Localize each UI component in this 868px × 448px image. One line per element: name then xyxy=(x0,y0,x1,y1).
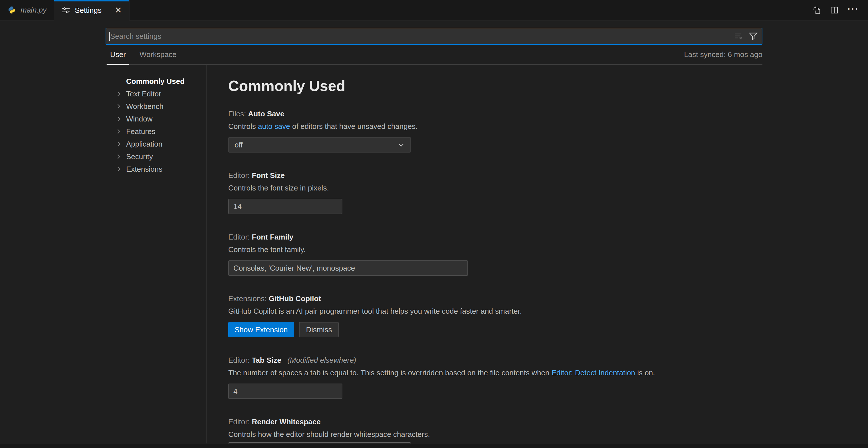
chevron-right-icon xyxy=(114,90,123,98)
more-actions-icon[interactable]: ⋯ xyxy=(847,3,858,14)
setting-files-auto-save: Files: Auto Save Controls auto save of e… xyxy=(228,109,763,153)
setting-editor-tab-size: Editor: Tab Size (Modified elsewhere) Th… xyxy=(228,355,763,399)
filter-icon[interactable] xyxy=(749,32,758,41)
toc-item-application[interactable]: Application xyxy=(105,138,206,150)
setting-extensions-github-copilot: Extensions: GitHub Copilot GitHub Copilo… xyxy=(228,293,763,338)
search-bar-actions xyxy=(734,28,758,45)
chevron-right-icon xyxy=(114,103,123,110)
setting-description: Controls how the editor should render wh… xyxy=(228,429,763,440)
settings-scope-row: User Workspace Last synced: 6 mos ago xyxy=(105,45,763,65)
chevron-right-icon xyxy=(114,140,123,148)
auto-save-link[interactable]: auto save xyxy=(258,122,290,131)
setting-description: Controls the font family. xyxy=(228,245,763,255)
settings-body: Commonly Used Text Editor Workbench Wind… xyxy=(105,65,763,443)
settings-toc: Commonly Used Text Editor Workbench Wind… xyxy=(105,65,206,443)
render-whitespace-select[interactable] xyxy=(228,442,411,443)
toc-item-window[interactable]: Window xyxy=(105,113,206,125)
chevron-right-icon xyxy=(114,153,123,160)
split-editor-icon[interactable] xyxy=(830,5,839,14)
chevron-down-icon xyxy=(397,141,405,149)
setting-label: Editor: Font Family xyxy=(228,232,763,242)
editor-tab-bar: main.py Settings ✕ xyxy=(0,0,868,21)
setting-editor-font-size: Editor: Font Size Controls the font size… xyxy=(228,170,763,214)
setting-description: The number of spaces a tab is equal to. … xyxy=(228,367,763,378)
tab-label: Settings xyxy=(75,6,101,15)
show-extension-button[interactable]: Show Extension xyxy=(228,322,294,338)
open-settings-json-icon[interactable] xyxy=(813,5,822,14)
toc-item-features[interactable]: Features xyxy=(105,125,206,138)
bottom-edge-band xyxy=(0,444,868,448)
settings-search-input[interactable] xyxy=(105,28,763,45)
last-synced-label: Last synced: 6 mos ago xyxy=(684,50,763,59)
scope-tab-workspace[interactable]: Workspace xyxy=(137,45,180,64)
toc-item-extensions[interactable]: Extensions xyxy=(105,163,206,175)
modified-elsewhere-note: (Modified elsewhere) xyxy=(287,356,356,364)
auto-save-select[interactable]: off xyxy=(228,137,411,153)
settings-search-bar xyxy=(105,28,763,45)
scope-tab-user[interactable]: User xyxy=(107,45,129,64)
setting-editor-font-family: Editor: Font Family Controls the font fa… xyxy=(228,232,763,276)
editor-actions: ⋯ xyxy=(813,0,868,20)
setting-description: Controls the font size in pixels. xyxy=(228,183,763,193)
settings-content: Commonly Used Files: Auto Save Controls … xyxy=(207,65,763,443)
tab-settings[interactable]: Settings ✕ xyxy=(54,0,129,21)
text-caret xyxy=(109,32,110,41)
toc-item-workbench[interactable]: Workbench xyxy=(105,100,206,113)
page-title: Commonly Used xyxy=(228,77,763,94)
setting-label: Editor: Tab Size (Modified elsewhere) xyxy=(228,355,763,365)
chevron-right-icon xyxy=(114,165,123,173)
dismiss-button[interactable]: Dismiss xyxy=(299,322,339,338)
clear-search-icon[interactable] xyxy=(734,32,743,41)
tab-size-input[interactable] xyxy=(228,384,342,399)
setting-label: Files: Auto Save xyxy=(228,109,763,119)
font-family-input[interactable] xyxy=(228,260,468,276)
chevron-right-icon xyxy=(114,115,123,123)
tab-label: main.py xyxy=(21,6,46,14)
toc-item-commonly-used[interactable]: Commonly Used xyxy=(105,75,206,88)
tab-main-py[interactable]: main.py xyxy=(0,0,54,20)
close-icon[interactable]: ✕ xyxy=(115,6,122,14)
font-size-input[interactable] xyxy=(228,199,342,214)
setting-description: GitHub Copilot is an AI pair programmer … xyxy=(228,306,763,316)
python-icon xyxy=(7,6,16,14)
setting-editor-render-whitespace: Editor: Render Whitespace Controls how t… xyxy=(228,417,763,443)
settings-sliders-icon xyxy=(62,6,70,14)
setting-label: Editor: Render Whitespace xyxy=(228,417,763,427)
copilot-actions: Show Extension Dismiss xyxy=(228,322,763,338)
toc-item-text-editor[interactable]: Text Editor xyxy=(105,88,206,100)
setting-label: Extensions: GitHub Copilot xyxy=(228,293,763,304)
chevron-right-icon xyxy=(114,128,123,135)
setting-label: Editor: Font Size xyxy=(228,170,763,181)
settings-list: Files: Auto Save Controls auto save of e… xyxy=(228,109,763,443)
toc-item-security[interactable]: Security xyxy=(105,150,206,163)
detect-indentation-link[interactable]: Editor: Detect Indentation xyxy=(552,369,635,377)
setting-description: Controls auto save of editors that have … xyxy=(228,121,763,131)
